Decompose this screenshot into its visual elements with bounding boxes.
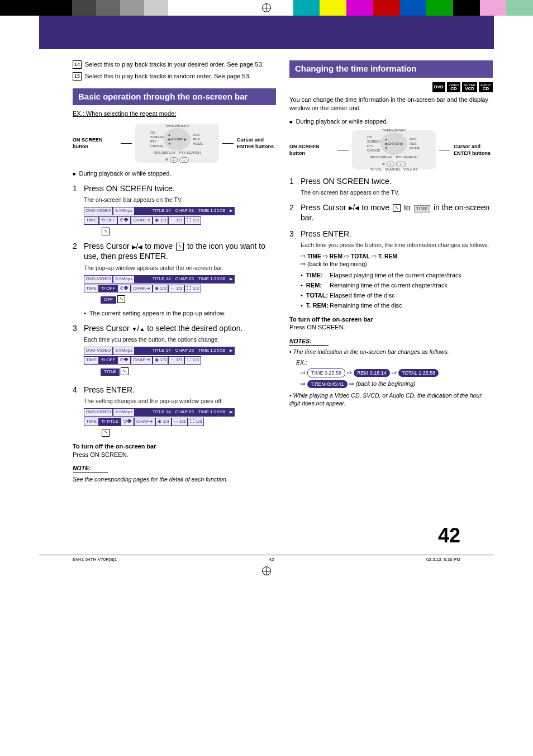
- right-off-heading: To turn off the on-screen bar: [289, 315, 493, 324]
- right-step2: 2 Press Cursor ▶/◀ to move ⤡ to TIME in …: [289, 202, 493, 223]
- badge-acd: AUDIOCD: [479, 82, 493, 92]
- osd-bar-1b: TIME ⟲ OFF ⏱➔ CHAP.➔ ◉ 1/3 ⋯ 1/3 ⛶ 1/3: [84, 216, 235, 225]
- osd-bar-2b: TIME ⟲ OFF ⏱➔ CHAP.➔ ◉ 1/3 ⋯ 1/3 ⛶ 1/3: [84, 285, 235, 293]
- bottom-crop-area: [0, 563, 533, 580]
- hand-cursor4: ⤡: [102, 429, 110, 437]
- popup-off: OFF: [101, 296, 116, 304]
- right-step3: 3 Press ENTER.: [289, 229, 493, 239]
- osd-bar-4: DVD-VIDEO 8.5Mbps TITLE 14 CHAP 23 TIME …: [84, 408, 235, 417]
- left-diagram: ON SCREEN button TA/NEWS/INFO ONSCREENPT…: [73, 124, 276, 163]
- badge-svcd: SUPERVCD: [462, 82, 477, 92]
- right-step3-sub: Each time you press the button, the time…: [301, 241, 493, 249]
- hand-cursor-icon-r: ⤡: [393, 204, 401, 212]
- right-step1-sub: The on-screen bar appears on the TV.: [301, 188, 493, 196]
- right-intro: You can change the time information in t…: [289, 96, 493, 112]
- left-context: During playback or while stopped.: [73, 169, 276, 178]
- page-number: 42: [0, 522, 460, 550]
- hand-cursor-icon: ⤡: [176, 243, 184, 251]
- left-off-heading: To turn off the on-screen bar: [73, 442, 276, 451]
- left-step2-bullet: The current setting appears in the pop-u…: [84, 309, 276, 318]
- page-header-banner: [39, 16, 494, 49]
- right-diag-label-onscreen: ON SCREEN button: [289, 143, 334, 157]
- right-note1: • The time indication in the on-screen b…: [289, 348, 493, 356]
- footer-right: 02.3.12, 6:36 PM: [426, 557, 460, 563]
- remote-diagram: TA/NEWS/INFO ONSCREENPTYCHOICE ▲◀ ENTER …: [135, 124, 219, 163]
- item-15: 15 Select this to play back tracks in ra…: [73, 72, 276, 81]
- footer-mid: 42: [269, 557, 274, 563]
- left-step4-sub: The setting changes and the pop-up windo…: [84, 397, 276, 405]
- hand-cursor2: ⤡: [117, 295, 125, 303]
- item-14: 14 Select this to play back tracks in yo…: [73, 60, 276, 69]
- footer: EN41-54TH-V70R[B]1 42 02.3.12, 6:36 PM: [39, 555, 494, 563]
- left-step2-sub: The pop-up window appears under the on-s…: [84, 264, 276, 272]
- crop-mark-bottom: [262, 566, 271, 575]
- item-14-text: Select this to play back tracks in your …: [85, 60, 276, 69]
- chips-row1: ⇨ TIME 0:25:58 ⇨ REM 0:18:14 ⇨ TOTAL 1:2…: [301, 368, 493, 377]
- right-step1: 1 Press ON SCREEN twice.: [289, 176, 493, 186]
- osd-bar-2: DVD-VIDEO 8.5Mbps TITLE 14 CHAP 23 TIME …: [84, 275, 235, 284]
- registration-bar-left: [0, 0, 240, 16]
- left-step3: 3 Press Cursor ▼/▲ to select the desired…: [73, 323, 276, 333]
- badge-vcd: VIDEOCD: [447, 82, 461, 92]
- left-step1-text: Press ON SCREEN twice.: [84, 183, 276, 193]
- hand-cursor1: ⤡: [102, 228, 110, 235]
- right-off-body: Press ON SCREEN.: [289, 323, 493, 332]
- osd-bar-1: DVD-VIDEO 8.5Mbps TITLE 14 CHAP 23 TIME …: [84, 207, 235, 215]
- chips-row2: ⇨ T.REM 0:45:41 ⇨ (back to the beginning…: [301, 380, 493, 388]
- item-15-text: Select this to play back tracks in rando…: [85, 72, 276, 81]
- popup-title: TITLE: [101, 368, 120, 376]
- right-seq: ⇨ TIME ⇨ REM ⇨ TOTAL ⇨ T. REM ⇨ (back to…: [301, 252, 493, 268]
- right-diag-label-cursor: Cursor and ENTER buttons: [454, 143, 493, 157]
- left-diag-label-onscreen: ON SCREEN button: [73, 136, 117, 150]
- left-step1: 1 Press ON SCREEN twice.: [73, 183, 276, 193]
- left-off-body: Press ON SCREEN.: [73, 451, 276, 459]
- left-column: 14 Select this to play back tracks in yo…: [73, 60, 276, 483]
- right-context: During playback or while stopped.: [289, 117, 493, 126]
- right-diagram: ON SCREEN button TA/NEWS/INFO ONSCREENPT…: [289, 130, 493, 169]
- right-section-title: Changing the time information: [289, 60, 493, 78]
- left-diag-label-cursor: Cursor and ENTER buttons: [237, 136, 276, 150]
- left-step4: 4 Press ENTER.: [73, 385, 276, 395]
- left-example: EX.: When selecting the repeat mode:: [73, 110, 276, 118]
- registration-bar-right: [293, 0, 533, 16]
- left-step3-sub: Each time you press the button, the opti…: [84, 336, 276, 343]
- footer-left: EN41-54TH-V70R[B]1: [73, 557, 117, 563]
- box-14: 14: [73, 60, 82, 69]
- badge-dvd: DVD: [432, 82, 445, 92]
- left-step1-sub: The on-screen bar appears on the TV.: [84, 196, 276, 204]
- right-note-ex: EX.:: [296, 358, 493, 366]
- time-tag: TIME: [414, 205, 431, 213]
- osd-bar-4b: TIME ⟲ TITLE ⏱➔ CHAP.➔ ◉ 1/3 ⋯ 1/3 ⛶ 1/3: [84, 418, 235, 426]
- left-note-body: See the corresponding pages for the deta…: [73, 475, 276, 483]
- left-note-label: NOTE:: [73, 464, 108, 472]
- left-section-title: Basic operation through the on-screen ba…: [73, 88, 276, 106]
- hand-cursor3: ⤡: [121, 367, 129, 375]
- osd-bar-3: DVD-VIDEO 8.5Mbps TITLE 14 CHAP 23 TIME …: [84, 347, 235, 355]
- top-crop-area: [0, 0, 533, 16]
- remote-diagram-right: TA/NEWS/INFO ONSCREENPTYCHOICE ▲◀ ENTER …: [352, 130, 436, 169]
- right-note2: • While playing a Video CD, SVCD, or Aud…: [289, 391, 493, 407]
- right-notes-label: NOTES:: [289, 337, 329, 346]
- disc-badges: DVD VIDEOCD SUPERVCD AUDIOCD: [289, 82, 493, 92]
- right-column: Changing the time information DVD VIDEOC…: [289, 60, 493, 483]
- box-15: 15: [73, 72, 82, 81]
- crop-mark-top: [262, 3, 271, 12]
- right-defs: TIME:Elapsed playing time of the current…: [301, 271, 493, 309]
- left-step4-text: Press ENTER.: [84, 385, 276, 395]
- osd-bar-3b: TIME ⟲ OFF ⏱➔ CHAP.➔ ◉ 1/3 ⋯ 1/3 ⛶ 1/3: [84, 356, 235, 365]
- left-step2: 2 Press Cursor ▶/◀ to move ⤡ to the icon…: [73, 241, 276, 261]
